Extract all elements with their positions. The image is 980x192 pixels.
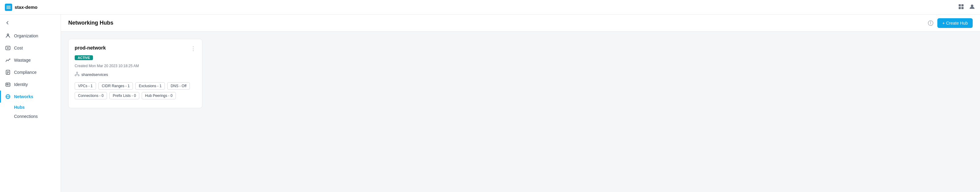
sidebar-sub-item-hubs[interactable]: Hubs xyxy=(14,103,60,112)
svg-point-15 xyxy=(931,22,931,22)
topbar-right xyxy=(958,4,975,11)
sidebar-item-organization[interactable]: Organization xyxy=(0,30,60,42)
sidebar-item-networks[interactable]: Networks xyxy=(0,91,60,103)
hub-created-date: Created Mon Mar 20 2023 10:18:25 AM xyxy=(75,64,196,68)
identity-icon xyxy=(5,82,11,88)
sidebar-item-label: Organization xyxy=(14,33,38,38)
svg-rect-8 xyxy=(6,70,10,74)
svg-rect-4 xyxy=(961,7,964,9)
hub-tag-peerings: Hub Peerings - 0 xyxy=(142,92,176,99)
cost-icon xyxy=(5,45,11,51)
hub-card: prod-network ⋮ ACTIVE Created Mon Mar 20… xyxy=(68,39,202,108)
svg-point-16 xyxy=(76,72,78,73)
svg-point-6 xyxy=(7,34,9,36)
hub-menu-button[interactable]: ⋮ xyxy=(191,45,196,52)
sidebar: Organization Cost Wastage Compliance xyxy=(0,14,61,192)
sidebar-item-wastage[interactable]: Wastage xyxy=(0,54,60,66)
svg-point-10 xyxy=(7,84,8,85)
status-badge: ACTIVE xyxy=(75,55,93,60)
hub-tag-prefix: Prefix Lists - 0 xyxy=(110,92,139,99)
sidebar-item-label: Compliance xyxy=(14,70,37,75)
sidebar-item-cost[interactable]: Cost xyxy=(0,42,60,54)
page-title: Networking Hubs xyxy=(68,20,113,26)
svg-rect-2 xyxy=(961,4,964,6)
sidebar-item-label: Cost xyxy=(14,46,23,50)
content-area: Networking Hubs + Create Hub prod-networ… xyxy=(61,14,980,192)
topbar: stax-demo xyxy=(0,0,980,14)
svg-point-5 xyxy=(971,5,973,7)
compliance-icon xyxy=(5,69,11,76)
org-tree-icon xyxy=(75,72,80,77)
topbar-left: stax-demo xyxy=(5,4,38,11)
sidebar-item-compliance[interactable]: Compliance xyxy=(0,66,60,79)
hub-tag-cidr: CIDR Ranges - 1 xyxy=(99,82,133,90)
user-icon[interactable] xyxy=(969,4,975,11)
svg-line-20 xyxy=(76,74,77,75)
svg-point-17 xyxy=(75,75,76,76)
create-hub-button[interactable]: + Create Hub xyxy=(937,18,973,28)
sidebar-item-identity[interactable]: Identity xyxy=(0,79,60,91)
svg-rect-1 xyxy=(959,4,961,6)
stax-logo xyxy=(5,4,12,11)
hub-card-header: prod-network ⋮ xyxy=(75,45,196,52)
hub-org-name: sharedservices xyxy=(81,72,108,77)
hub-name: prod-network xyxy=(75,45,106,51)
hub-tag-connections: Connections - 0 xyxy=(75,92,107,99)
back-button[interactable] xyxy=(0,17,60,28)
sidebar-sub-item-connections[interactable]: Connections xyxy=(14,112,60,121)
content-header: Networking Hubs + Create Hub xyxy=(61,14,980,31)
hub-tag-vpcs: VPCs - 1 xyxy=(75,82,96,90)
header-actions: + Create Hub xyxy=(928,18,973,28)
sidebar-item-label: Wastage xyxy=(14,58,31,63)
hub-tag-dns: DNS - Off xyxy=(167,82,190,90)
wastage-icon xyxy=(5,57,11,63)
hub-tag-exclusions: Exclusions - 1 xyxy=(135,82,165,90)
hub-org: sharedservices xyxy=(75,72,196,77)
svg-point-18 xyxy=(78,75,79,76)
grid-icon[interactable] xyxy=(958,4,964,11)
hub-tags-row2: Connections - 0 Prefix Lists - 0 Hub Pee… xyxy=(75,92,196,99)
sidebar-sub: Hubs Connections xyxy=(0,103,60,121)
main-layout: Organization Cost Wastage Compliance xyxy=(0,14,980,192)
sidebar-item-label: Networks xyxy=(14,94,33,99)
org-icon xyxy=(5,33,11,39)
networks-icon xyxy=(5,94,11,100)
svg-line-21 xyxy=(77,74,79,75)
hub-tags-row1: VPCs - 1 CIDR Ranges - 1 Exclusions - 1 … xyxy=(75,82,196,90)
info-button[interactable] xyxy=(928,20,934,26)
content-body: prod-network ⋮ ACTIVE Created Mon Mar 20… xyxy=(61,31,980,192)
sidebar-item-label: Identity xyxy=(14,82,28,87)
app-title: stax-demo xyxy=(14,5,38,10)
svg-rect-3 xyxy=(959,7,961,9)
